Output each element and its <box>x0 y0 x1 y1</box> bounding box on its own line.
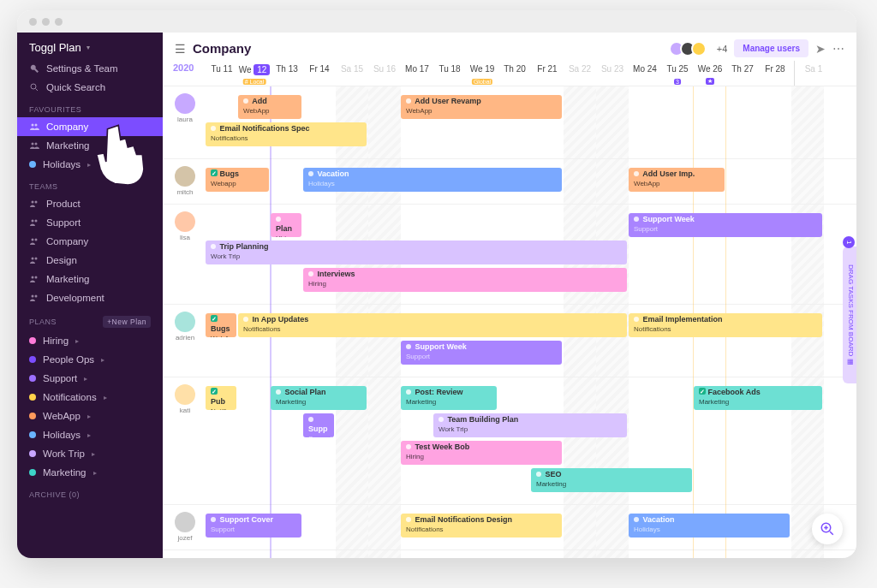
task-bar[interactable]: VacationHolidays <box>629 514 790 538</box>
avatar[interactable] <box>691 41 707 56</box>
share-icon[interactable]: ➤ <box>815 42 826 56</box>
sidebar-item-development[interactable]: Development <box>17 288 163 307</box>
zoom-button[interactable] <box>812 514 843 544</box>
task-bar[interactable]: In App UpdatesNotifications <box>238 313 627 337</box>
task-bar[interactable]: BugsWebapp <box>206 168 269 192</box>
task-bar[interactable]: VacationHolidays <box>303 168 562 192</box>
sidebar-item-notifications[interactable]: Notifications ▸ <box>17 388 163 407</box>
task-bar[interactable]: AddWebApp <box>238 95 301 119</box>
milestone-badge[interactable]: # Local <box>243 79 266 85</box>
sidebar-item-support[interactable]: Support ▸ <box>17 369 163 388</box>
sidebar-item-product[interactable]: Product <box>17 194 163 213</box>
day-column-header[interactable]: Tu 18 <box>433 61 466 86</box>
manage-users-button[interactable]: Manage users <box>734 39 808 57</box>
day-column-header[interactable]: We 19Global <box>466 61 498 86</box>
user-column[interactable]: laura <box>168 93 202 123</box>
app-window: Toggl Plan ▾ Settings & Team Quick Searc… <box>17 10 856 558</box>
sidebar-item-holidays[interactable]: Holidays ▸ <box>17 155 163 174</box>
day-column-header[interactable]: Th 20 <box>498 61 531 86</box>
sidebar-item-marketing[interactable]: Marketing ▸ <box>17 463 163 482</box>
quick-search-link[interactable]: Quick Search <box>17 78 163 97</box>
user-row-kati: kati PubNotific Social PlanMarketing Pos… <box>163 377 856 505</box>
user-column[interactable]: kati <box>168 384 202 414</box>
task-bar[interactable]: Email ImplementationNotifications <box>629 313 822 337</box>
day-column-header[interactable]: Th 13 <box>271 61 303 86</box>
task-bar[interactable]: SEOMarketing <box>531 468 692 492</box>
user-column[interactable]: jozef <box>168 512 202 542</box>
task-bar[interactable]: SuppSupport <box>303 413 334 437</box>
timeline-header: 2020 Tu 11We 12# LocalTh 13Fr 14Sa 15Su … <box>163 61 856 86</box>
task-bar[interactable]: Team Building PlanWork Trip <box>433 413 627 437</box>
brand-menu[interactable]: Toggl Plan ▾ <box>17 33 163 59</box>
day-column-header[interactable]: Sa 15 <box>336 61 368 86</box>
task-bar[interactable]: Social PlanMarketing <box>271 386 367 410</box>
task-bar[interactable]: InterviewsHiring <box>303 268 627 292</box>
sidebar-item-company[interactable]: Company <box>17 117 163 136</box>
task-bar[interactable]: Support WeekSupport <box>401 341 562 365</box>
sidebar-item-marketing[interactable]: Marketing <box>17 270 163 288</box>
sidebar-item-people-ops[interactable]: People Ops ▸ <box>17 350 163 369</box>
sidebar-item-support[interactable]: Support <box>17 213 163 232</box>
sidebar-item-webapp[interactable]: WebApp ▸ <box>17 407 163 425</box>
task-bar[interactable]: Email Notifications SpecNotifications <box>206 122 367 146</box>
task-bar[interactable]: Test Week BobHiring <box>401 441 562 465</box>
sidebar-item-design[interactable]: Design <box>17 251 163 270</box>
day-column-header[interactable]: Su 23 <box>596 61 629 86</box>
sidebar-item-work-trip[interactable]: Work Trip ▸ <box>17 444 163 463</box>
day-column-header[interactable]: Tu 11 <box>206 61 238 86</box>
task-bar[interactable]: Support CoverSupport <box>206 514 301 538</box>
new-plan-button[interactable]: +New Plan <box>103 316 151 328</box>
user-column[interactable]: adrien <box>168 312 202 342</box>
extra-members-count[interactable]: +4 <box>717 44 728 54</box>
chevron-right-icon: ▸ <box>87 161 91 169</box>
settings-team-link[interactable]: Settings & Team <box>17 59 163 78</box>
milestone-badge[interactable]: Global <box>472 79 492 85</box>
task-bar[interactable]: Trip PlanningWork Trip <box>206 241 627 264</box>
user-column[interactable]: lisa <box>168 211 202 241</box>
day-column-header[interactable]: Mo 24 <box>629 61 661 86</box>
timeline-grid[interactable]: laura AddWebApp Add User RevampWebApp Em… <box>163 86 856 558</box>
task-bar[interactable]: Post: ReviewMarketing <box>401 386 497 410</box>
more-icon[interactable]: ⋯ <box>832 42 844 56</box>
day-column-header[interactable]: Fr 21 <box>531 61 564 86</box>
search-icon <box>29 82 39 92</box>
svg-point-12 <box>35 258 38 260</box>
day-column-header[interactable]: Sa 22 <box>564 61 596 86</box>
task-bar[interactable]: Support WeekSupport <box>629 213 822 237</box>
sidebar-item-company[interactable]: Company <box>17 232 163 251</box>
task-bar[interactable]: PlanHiring <box>271 213 301 237</box>
day-column-header[interactable]: Fr 28 <box>759 61 791 86</box>
day-column-header[interactable]: Th 27 <box>726 61 759 86</box>
sidebar-label: Product <box>46 199 81 209</box>
task-bar[interactable]: Add User RevampWebApp <box>401 95 562 119</box>
sidebar-item-marketing[interactable]: Marketing <box>17 136 163 155</box>
svg-point-3 <box>32 143 34 146</box>
day-column-header[interactable]: We 26★ <box>694 61 726 86</box>
user-column[interactable]: mitch <box>168 166 202 196</box>
day-column-header[interactable]: Su 16 <box>368 61 401 86</box>
task-bar[interactable]: Facebook AdsMarketing <box>694 386 822 410</box>
member-avatars[interactable] <box>673 41 707 56</box>
task-bar[interactable]: Add User Imp.WebApp <box>629 168 725 192</box>
year-label[interactable]: 2020 <box>173 62 194 73</box>
milestone-badge[interactable]: 3 <box>674 79 681 85</box>
svg-point-7 <box>32 220 34 223</box>
check-icon <box>211 169 218 176</box>
task-bar[interactable]: Email Notifications DesignNotifications <box>401 514 562 538</box>
day-column-header[interactable]: We 12# Local <box>238 61 271 86</box>
window-dot-icon <box>29 18 37 26</box>
window-titlebar <box>17 10 856 33</box>
day-column-header[interactable]: Mo 17 <box>401 61 433 86</box>
sidebar-item-hiring[interactable]: Hiring ▸ <box>17 331 163 350</box>
sidebar-item-holidays[interactable]: Holidays ▸ <box>17 425 163 444</box>
status-dot-icon <box>211 244 216 249</box>
task-bar[interactable]: PubNotific <box>206 386 236 410</box>
menu-icon[interactable]: ☰ <box>175 42 186 56</box>
day-column-header[interactable]: Tu 253 <box>661 61 694 86</box>
day-column-header[interactable]: Fr 14 <box>303 61 336 86</box>
milestone-badge[interactable]: ★ <box>706 78 714 85</box>
day-column-header[interactable]: Sa 1 <box>797 61 830 86</box>
task-bar[interactable]: BugsWebApp <box>206 313 236 337</box>
plan-dot-icon <box>29 394 36 401</box>
archive-heading[interactable]: ARCHIVE (0) <box>17 482 163 502</box>
